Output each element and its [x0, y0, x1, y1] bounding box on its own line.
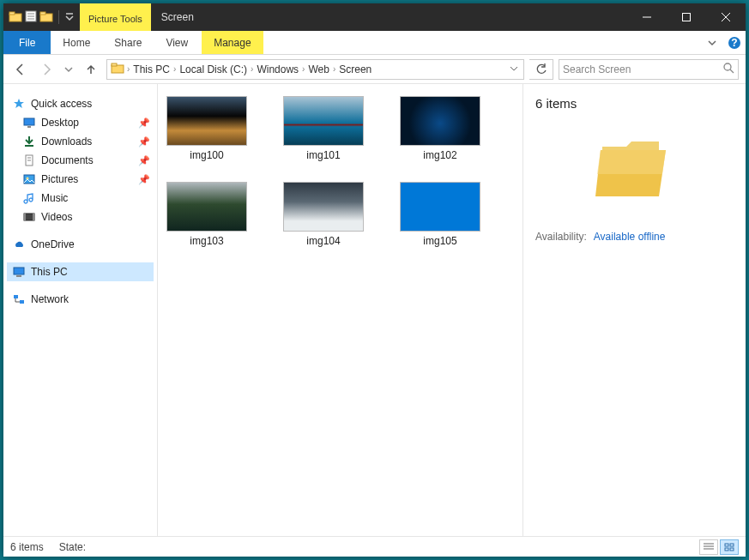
recent-locations-button[interactable] [62, 59, 76, 80]
search-box[interactable] [559, 59, 739, 80]
sidebar-item-music[interactable]: Music [7, 189, 154, 208]
availability-label: Availability: [535, 231, 587, 243]
maximize-button[interactable] [667, 3, 706, 31]
breadcrumb[interactable]: This PC [130, 60, 172, 79]
file-item[interactable]: img100 [166, 96, 247, 161]
window-title: Screen [151, 3, 627, 31]
sidebar-item-label: Videos [41, 211, 72, 223]
file-thumbnail [283, 182, 364, 232]
sidebar-item-label: Documents [41, 154, 94, 166]
sidebar-item-videos[interactable]: Videos [7, 208, 154, 226]
svg-rect-40 [730, 548, 734, 551]
address-bar-row: › This PC › Local Disk (C:) › Windows › … [3, 55, 746, 84]
sidebar-item-this-pc[interactable]: This PC [7, 262, 154, 281]
file-name: img104 [306, 235, 340, 247]
refresh-button[interactable] [529, 59, 553, 80]
help-icon[interactable]: ? [723, 31, 746, 54]
contextual-tool-tab[interactable]: Picture Tools [80, 3, 151, 31]
sidebar-item-pictures[interactable]: Pictures📌 [7, 170, 154, 189]
file-name: img105 [423, 235, 456, 247]
back-button[interactable] [10, 59, 31, 80]
quick-access-toolbar [3, 3, 80, 31]
forward-button[interactable] [36, 59, 57, 80]
svg-rect-29 [33, 214, 34, 220]
details-availability: Availability: Available offline [535, 231, 734, 243]
file-item[interactable]: img104 [283, 182, 364, 247]
sidebar-item-label: Network [31, 293, 69, 305]
svg-rect-19 [24, 118, 34, 125]
tab-home[interactable]: Home [51, 31, 102, 54]
file-thumbnail [400, 182, 480, 232]
search-icon[interactable] [722, 62, 734, 76]
network-icon [12, 292, 26, 306]
sidebar-item-desktop[interactable]: Desktop📌 [7, 113, 154, 132]
file-thumbnail [400, 96, 480, 146]
file-item[interactable]: img102 [400, 96, 480, 161]
svg-rect-31 [16, 275, 21, 277]
cloud-icon [12, 238, 26, 251]
breadcrumb[interactable]: Windows [254, 60, 301, 79]
status-state-label: State: [59, 541, 86, 553]
tab-share[interactable]: Share [102, 31, 154, 54]
svg-rect-37 [725, 544, 728, 546]
svg-rect-25 [24, 175, 34, 184]
desktop-icon [22, 116, 36, 129]
sidebar-item-documents[interactable]: Documents📌 [7, 151, 154, 170]
svg-rect-20 [27, 126, 31, 128]
svg-rect-33 [20, 300, 24, 304]
sidebar-item-network[interactable]: Network [7, 290, 154, 309]
new-folder-icon[interactable] [39, 9, 53, 26]
file-view[interactable]: img100img101img102img103img104img105 [158, 84, 522, 536]
explorer-window: Picture Tools Screen File Home Share Vie… [3, 3, 746, 557]
breadcrumb[interactable]: Screen [336, 60, 374, 79]
minimize-button[interactable] [627, 3, 667, 31]
star-icon [12, 97, 26, 111]
sidebar-item-downloads[interactable]: Downloads📌 [7, 132, 154, 151]
file-item[interactable]: img105 [400, 182, 480, 247]
this-pc-icon [12, 265, 26, 279]
ribbon-expand-icon[interactable] [701, 31, 723, 54]
properties-icon[interactable] [24, 9, 38, 26]
tab-view[interactable]: View [154, 31, 200, 54]
svg-line-18 [730, 69, 734, 73]
videos-icon [22, 210, 36, 224]
details-pane: 6 items Availability: Available offline [522, 84, 746, 536]
pin-icon: 📌 [138, 174, 150, 185]
body: Quick access Desktop📌 Downloads📌 Documen… [3, 84, 746, 536]
search-input[interactable] [563, 63, 722, 75]
file-thumbnail [283, 96, 364, 146]
svg-rect-10 [683, 14, 691, 21]
pin-icon: 📌 [138, 117, 150, 129]
documents-icon [22, 154, 36, 167]
qat-customize-icon[interactable] [64, 11, 75, 24]
sidebar-item-onedrive[interactable]: OneDrive [7, 235, 154, 254]
breadcrumb[interactable]: Web [305, 60, 331, 79]
close-button[interactable] [706, 3, 746, 31]
view-large-icons-button[interactable] [720, 539, 739, 555]
svg-rect-30 [14, 268, 24, 274]
folder-icon [111, 61, 124, 77]
file-tab[interactable]: File [3, 31, 51, 54]
sidebar-item-quick-access[interactable]: Quick access [7, 94, 154, 113]
sidebar-item-label: Quick access [31, 98, 92, 110]
address-bar[interactable]: › This PC › Local Disk (C:) › Windows › … [106, 59, 524, 80]
address-dropdown-icon[interactable] [506, 63, 522, 75]
sidebar-item-label: Music [41, 192, 68, 204]
file-thumbnail [166, 182, 247, 232]
music-icon [22, 191, 36, 205]
breadcrumb[interactable]: Local Disk (C:) [177, 60, 250, 79]
pictures-icon [22, 172, 36, 186]
file-grid: img100img101img102img103img104img105 [166, 96, 514, 247]
file-item[interactable]: img101 [283, 96, 364, 161]
file-item[interactable]: img103 [166, 182, 247, 247]
sidebar-item-label: Desktop [41, 117, 79, 129]
view-details-button[interactable] [699, 539, 718, 555]
svg-rect-28 [24, 214, 26, 220]
svg-rect-38 [730, 544, 734, 546]
tab-manage[interactable]: Manage [202, 31, 263, 54]
ribbon-tabs: File Home Share View Manage ? [3, 31, 746, 55]
up-button[interactable] [81, 59, 101, 80]
pin-icon: 📌 [138, 136, 150, 148]
details-header: 6 items [535, 96, 734, 111]
folder-icon [9, 9, 22, 26]
